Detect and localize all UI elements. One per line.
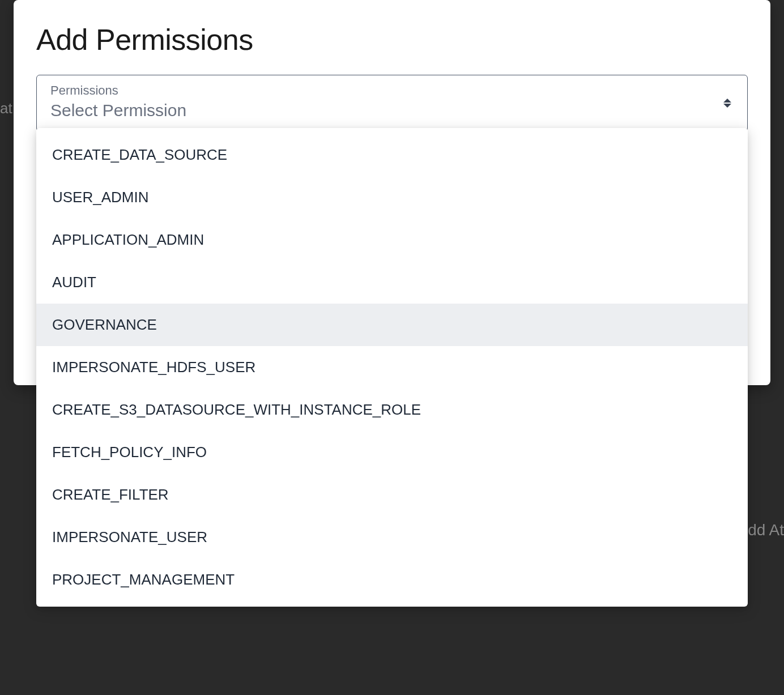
permission-option[interactable]: IMPERSONATE_HDFS_USER bbox=[36, 346, 748, 389]
permissions-select[interactable]: Permissions Select Permission bbox=[36, 75, 748, 131]
unfold-icon bbox=[723, 99, 731, 108]
permissions-dropdown-menu: CREATE_DATA_SOURCEUSER_ADMINAPPLICATION_… bbox=[36, 128, 748, 607]
permissions-select-placeholder: Select Permission bbox=[50, 100, 734, 121]
chevron-down-icon bbox=[723, 104, 731, 108]
permission-option[interactable]: GOVERNANCE bbox=[36, 304, 748, 346]
permission-option[interactable]: FETCH_POLICY_INFO bbox=[36, 431, 748, 474]
permission-option[interactable]: CREATE_DATA_SOURCE bbox=[36, 134, 748, 176]
permission-option[interactable]: APPLICATION_ADMIN bbox=[36, 219, 748, 261]
permission-option[interactable]: CREATE_S3_DATASOURCE_WITH_INSTANCE_ROLE bbox=[36, 389, 748, 431]
permission-option[interactable]: IMPERSONATE_USER bbox=[36, 516, 748, 558]
permission-option[interactable]: CREATE_FILTER bbox=[36, 474, 748, 516]
permission-option[interactable]: USER_ADMIN bbox=[36, 176, 748, 219]
modal-title: Add Permissions bbox=[36, 23, 748, 57]
permission-option[interactable]: AUDIT bbox=[36, 261, 748, 304]
permission-option[interactable]: PROJECT_MANAGEMENT bbox=[36, 558, 748, 601]
background-text-left: at bbox=[0, 100, 12, 117]
permissions-select-label: Permissions bbox=[50, 83, 734, 98]
chevron-up-icon bbox=[723, 99, 731, 103]
